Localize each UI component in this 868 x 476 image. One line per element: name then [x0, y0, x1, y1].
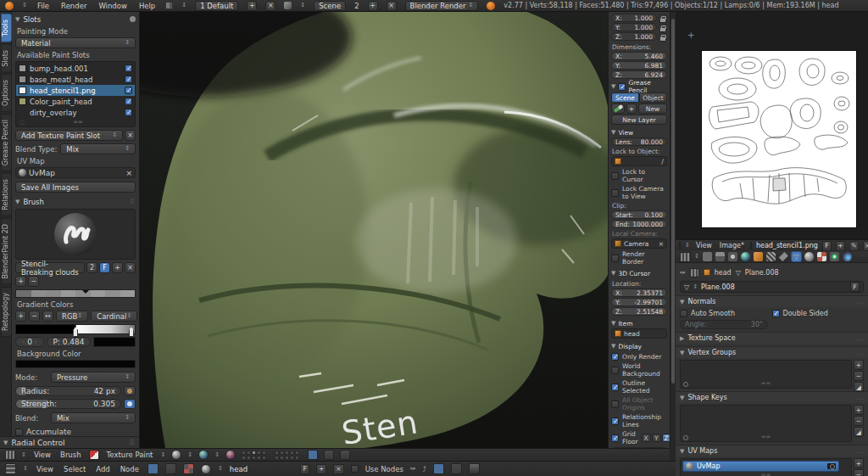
collapse-icon[interactable]: ▼ — [680, 395, 684, 401]
pin-icon[interactable] — [130, 16, 136, 22]
collapse-icon[interactable]: ▼ — [680, 299, 684, 305]
screen-layout-icon[interactable] — [165, 2, 173, 9]
remove-scene-button[interactable]: × — [387, 1, 397, 11]
accumulate-checkbox[interactable] — [15, 428, 23, 436]
tab-object[interactable] — [754, 252, 763, 261]
brush-preview[interactable] — [15, 209, 136, 260]
grid-axis-z-toggle[interactable]: Z — [662, 434, 670, 442]
slots-panel-header[interactable]: ▼ Slots — [15, 14, 136, 25]
save-all-images-button[interactable]: Save All Images — [15, 182, 136, 193]
lock-camera-checkbox[interactable] — [611, 189, 619, 197]
all-object-origins-option[interactable]: All Object Origins — [611, 396, 667, 412]
vgroup-specials-icon[interactable]: ◢ — [854, 382, 864, 392]
paint-mask-icon[interactable] — [225, 450, 236, 460]
scene-selector[interactable]: Scene — [314, 1, 346, 11]
render-camera-icon[interactable] — [827, 463, 836, 469]
brush-fake-user-button[interactable]: F — [99, 262, 110, 273]
vgroup-remove-button[interactable]: − — [854, 371, 864, 381]
gradient-bar[interactable] — [15, 324, 136, 334]
shader-nodes-toggle-icon[interactable] — [147, 463, 159, 474]
brush-panel-header[interactable]: ▼ Brush ⠿ — [15, 196, 136, 207]
material-fake-user-button[interactable]: F — [300, 464, 309, 474]
brush-name-field[interactable]: Stencil-Breaking clouds — [15, 262, 85, 273]
grease-add-icon[interactable]: + — [626, 104, 637, 114]
scene-spin-icon[interactable]: ↕ — [300, 3, 305, 8]
world-background-option[interactable]: World Background — [611, 362, 667, 378]
tab-tools[interactable]: Tools — [1, 14, 12, 42]
editor-spin-icon[interactable]: ↕ — [694, 254, 699, 260]
background-color-swatch[interactable] — [15, 360, 136, 368]
list-resize-grip[interactable]: == — [761, 380, 771, 387]
local-camera-field[interactable]: Camera × — [611, 238, 667, 249]
editor-spin-icon[interactable]: ↕ — [685, 243, 690, 249]
normals-panel-header[interactable]: ▼ Normals … — [676, 295, 868, 307]
pivot-center-icon[interactable] — [198, 450, 209, 460]
dim-x-field[interactable]: X:5.460 — [611, 52, 667, 60]
editor-type-spin-icon[interactable]: ↕ — [22, 3, 27, 8]
view-panel-header[interactable]: ▼ View — [611, 127, 667, 137]
mesh-fake-user-button[interactable]: F — [850, 282, 860, 292]
pin-context-icon[interactable]: ✑ — [680, 269, 686, 277]
menu-window[interactable]: Window — [97, 2, 129, 10]
grid-floor-option[interactable]: Grid Floor X Y Z — [611, 430, 667, 445]
mode-spin-icon[interactable]: ↕ — [160, 452, 165, 458]
uv-map-row[interactable]: UvMap — [682, 461, 839, 472]
material-name[interactable]: head — [230, 465, 248, 473]
snap-node-icon[interactable] — [469, 463, 480, 474]
auto-render-toggle-icon[interactable] — [451, 463, 462, 474]
tab-constraints[interactable] — [766, 252, 776, 261]
npanel-scrollbar[interactable] — [670, 12, 676, 448]
add-layout-button[interactable]: + — [247, 1, 257, 11]
grease-scene-tab[interactable]: Scene — [611, 92, 639, 103]
clip-end-field[interactable]: End:1000.000 — [611, 220, 667, 228]
node-editor-type-icon[interactable] — [5, 463, 16, 474]
breadcrumb-object[interactable]: head — [715, 269, 732, 277]
texture-nodes-toggle-icon[interactable] — [183, 463, 194, 474]
blend-type-dropdown[interactable]: Mix↕ — [60, 143, 136, 154]
display-panel-header[interactable]: ▼ Display — [611, 341, 667, 351]
tab-render[interactable] — [703, 252, 712, 261]
uvmap-add-button[interactable]: + — [854, 458, 864, 468]
grid-floor-checkbox[interactable] — [611, 434, 619, 442]
menu-help[interactable]: Help — [137, 2, 157, 10]
radius-slider[interactable]: Radius:42 px — [15, 386, 121, 396]
gradient-delete-button[interactable]: − — [29, 311, 40, 322]
grease-new-button[interactable]: New — [638, 104, 667, 114]
image-menu-view[interactable]: View — [694, 242, 714, 249]
render-engine-selector[interactable]: Blender Render↕ — [405, 1, 479, 11]
stop-index-field[interactable]: ‹ 0 › — [15, 337, 44, 347]
tab-slots[interactable]: Slots — [1, 44, 12, 73]
stop-position-field[interactable]: P: 0.484 — [47, 337, 91, 347]
render-border-checkbox[interactable] — [611, 255, 619, 262]
clip-start-field[interactable]: Start:0.100 — [611, 210, 667, 219]
datablock-spin-icon[interactable]: ↕ — [693, 284, 698, 290]
mesh-datablock-field[interactable]: ▽ ↕ Plane.008 F — [680, 281, 864, 293]
node-menu-add[interactable]: Add — [94, 465, 111, 473]
only-render-checkbox[interactable] — [611, 353, 619, 361]
collapse-icon[interactable]: ▶ — [680, 335, 684, 342]
menu-render[interactable]: Render — [59, 2, 88, 10]
tab-modifiers[interactable] — [779, 252, 788, 261]
lock-to-cursor-option[interactable]: Lock to Cursor — [611, 168, 667, 183]
blender-logo-icon[interactable] — [5, 2, 14, 10]
add-stop-button[interactable]: + — [15, 276, 26, 287]
lock-icon[interactable] — [659, 14, 667, 23]
painting-mode-dropdown[interactable]: Material↕ — [15, 37, 136, 48]
render-opengl-icon[interactable] — [324, 450, 334, 460]
pivot-spin-icon[interactable]: ↕ — [214, 452, 220, 458]
list-resize-grip[interactable]: == — [761, 434, 771, 440]
collapse-icon[interactable]: ▼ — [3, 440, 8, 446]
grid-axis-x-toggle[interactable]: X — [642, 434, 651, 442]
radius-pressure-toggle[interactable] — [124, 386, 136, 396]
scale-y-field[interactable]: Y:1.000 — [611, 23, 657, 31]
remove-layout-button[interactable]: × — [265, 1, 275, 11]
collapse-icon[interactable]: ▼ — [680, 350, 684, 356]
lock-to-object-field[interactable]: ∕ — [611, 156, 667, 166]
double-sided-option[interactable]: Double Sided — [772, 310, 865, 317]
image-fake-user-button[interactable]: F — [822, 241, 832, 251]
collapse-icon[interactable]: ▼ — [15, 16, 19, 23]
3d-viewport[interactable]: Sten — [140, 12, 608, 448]
gradient-stop-handle[interactable] — [129, 327, 134, 337]
viewport-editor-type-icon[interactable] — [5, 450, 15, 460]
tab-particles[interactable] — [830, 252, 839, 261]
